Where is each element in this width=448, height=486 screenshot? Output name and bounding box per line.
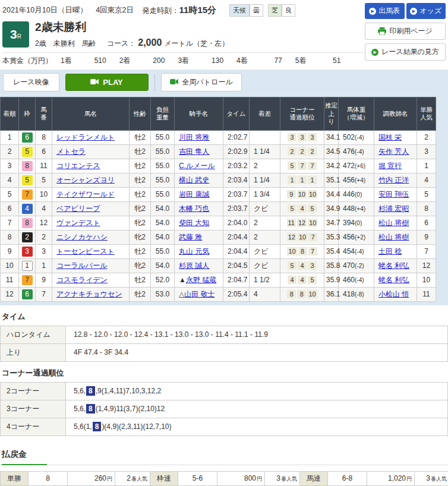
trainer-link[interactable]: 蛯名 利弘 [378, 261, 409, 270]
trainer-link[interactable]: 矢作 芳人 [378, 147, 409, 156]
horse-name-link[interactable]: レッドランメルト [56, 133, 115, 141]
entries-button[interactable]: ▶出馬表 [365, 3, 405, 19]
trainer-link[interactable]: 土田 稔 [378, 247, 402, 255]
trainer-link[interactable]: 竹内 正洋 [378, 176, 409, 184]
start-time-group: 発走時刻：11時15分 [142, 5, 216, 16]
col-horse-name: 馬名 [52, 97, 130, 130]
prize-amount: 510 [75, 56, 106, 65]
print-page-label: 印刷用ページ [389, 26, 433, 36]
arrow-circle-icon: ▶ [369, 8, 376, 15]
finish-time: 2:03.7 [223, 187, 250, 201]
sex-age: 牡2 [130, 144, 151, 159]
trainer-link[interactable]: 松山 将樹 [378, 219, 409, 227]
jockey-link[interactable]: 武藤 雅 [179, 233, 202, 241]
prize-item: 4着77 [236, 56, 295, 66]
trainer-link[interactable]: 堀 宣行 [378, 162, 402, 170]
jockey-link[interactable]: C.ルメール [179, 162, 215, 170]
prize-place: 3着 [178, 56, 189, 66]
horse-name-link[interactable]: テイクザワールド [56, 190, 115, 198]
trainer-link[interactable]: 杉浦 宏昭 [378, 204, 409, 213]
win-popularity: 7 [417, 244, 436, 258]
col-time: タイム [223, 97, 250, 130]
body-weight: 470 [343, 261, 355, 270]
col-trainer: 調教師名 [374, 97, 417, 130]
trainer-cell: 堀 宣行 [374, 159, 417, 173]
finish-time: 2:04.4 [223, 244, 250, 258]
condition-badges: 天候曇 芝良 [225, 4, 295, 17]
jockey-link[interactable]: 横山 武史 [179, 176, 209, 184]
trainer-link[interactable]: 安田 翔伍 [378, 190, 409, 198]
jockey-link[interactable]: 丸山 元気 [179, 247, 209, 255]
corner-pos-2: 7 [298, 162, 307, 170]
horse-name-link[interactable]: コリエンテス [56, 162, 100, 170]
time-row: ハロンタイム 12.8 - 12.0 - 12.0 - 12.4 - 13.1 … [1, 326, 448, 343]
carried-weight: 55.0 [151, 159, 175, 173]
horse-name-link[interactable]: トーセンビースト [56, 247, 115, 255]
result-row: 3 8 11 コリエンテス 牡2 55.0 C.ルメール 2:03.2 2 57… [1, 159, 436, 173]
corner-pos-3: 7 [308, 162, 317, 170]
payout-section-title: 払戻金 [2, 449, 47, 465]
horse-name-link[interactable]: アクナキチョウセン [56, 290, 122, 298]
jockey-link[interactable]: 木幡 巧也 [179, 204, 209, 213]
trainer-link[interactable]: 国枝 栄 [378, 133, 402, 141]
finish-time: 2:04.4 [223, 230, 250, 244]
last-3f: 34.4 [324, 187, 339, 201]
body-weight-diff: (+6) [355, 163, 365, 169]
sex-age: 牡2 [130, 187, 151, 201]
horse-name-link[interactable]: ヴァンデスト [56, 219, 100, 227]
horse-name-link[interactable]: オーシャンズヨリ [56, 176, 115, 184]
horse-name-link[interactable]: ニシノカケハシ [56, 233, 108, 241]
jockey-cell: 武藤 雅 [175, 230, 223, 244]
margin: 2 [250, 159, 280, 173]
finish-position: 9 [1, 244, 19, 258]
horse-number: 1 [36, 258, 52, 273]
jockey-link[interactable]: 永野 猛蔵 [186, 276, 216, 284]
body-weight: 476 [343, 147, 355, 156]
odds-button[interactable]: ▶オッズ [406, 3, 446, 19]
course-distance: 2,000 [138, 37, 162, 48]
jockey-link[interactable]: 山田 敬士 [184, 290, 214, 298]
yen-unit: 円 [107, 476, 112, 482]
corner-order-suffix: )(4,9)(2,3,11)(12,7,10) [102, 422, 171, 431]
corner-pos-2: 8 [297, 290, 306, 298]
trainer-cell: 土田 稔 [374, 244, 417, 258]
patrol-video-button[interactable]: 全周パトロール [161, 73, 242, 91]
tansho-popularity: 2番人気 [115, 471, 150, 485]
horse-name-link[interactable]: コスモライデン [56, 276, 108, 284]
prize-place: 1着 [61, 56, 72, 66]
win-popularity: 6 [417, 216, 436, 230]
corner-row-value: 5,6(1,8)(4,9)(2,3,11)(12,7,10) [66, 418, 448, 435]
frame-cell: 5 [19, 173, 36, 187]
jockey-link[interactable]: 柴田 大知 [179, 219, 209, 227]
results-guide-button[interactable]: ▶レース結果の見方 [365, 43, 446, 61]
jockey-cell: 川田 将雅 [175, 130, 223, 144]
play-button[interactable]: PLAY [65, 74, 149, 91]
jockey-link[interactable]: 岩田 康誠 [179, 190, 209, 198]
horse-name-link[interactable]: メトセラ [56, 147, 86, 156]
highlighted-horse-number: 8 [86, 386, 95, 396]
horse-name-link[interactable]: ベアビリーブ [56, 204, 100, 213]
last-3f: 34.5 [324, 144, 339, 159]
horse-number: 7 [36, 287, 52, 301]
horse-name-link[interactable]: コーラルパール [56, 261, 107, 270]
jockey-link[interactable]: 吉田 隼人 [179, 147, 209, 156]
arrow-circle-icon: ▶ [410, 8, 417, 15]
carried-weight: 54.0 [151, 230, 175, 244]
jockey-link[interactable]: 川田 将雅 [179, 133, 209, 141]
frame-number: 7 [22, 275, 33, 285]
trainer-link[interactable]: 小桧山 悟 [378, 290, 409, 298]
frame-number: 8 [22, 161, 33, 171]
jockey-link[interactable]: 杉原 誠人 [179, 261, 209, 270]
sex-age: 牡2 [130, 130, 151, 144]
result-row: 10 1 1 コーラルパール 牝2 54.0 杉原 誠人 2:04.5 クビ 5… [1, 258, 436, 273]
carried-weight: 55.0 [151, 130, 175, 144]
body-weight-cell: 446(0) [339, 187, 374, 201]
print-page-button[interactable]: 印刷用ページ [365, 23, 446, 40]
trainer-link[interactable]: 松山 将樹 [378, 233, 409, 241]
payout-tables: 単勝 8 260円 2番人気 複勝 8 110円 2番人気 6 150円 3番人… [0, 471, 448, 486]
trainer-link[interactable]: 蛯名 利弘 [378, 276, 409, 284]
corner-pos-2: 4 [298, 276, 307, 284]
result-row: 4 5 5 オーシャンズヨリ 牡2 55.0 横山 武史 2:03.4 1 1/… [1, 173, 436, 187]
frame-cell: 6 [19, 287, 36, 301]
body-weight: 394 [343, 219, 355, 227]
